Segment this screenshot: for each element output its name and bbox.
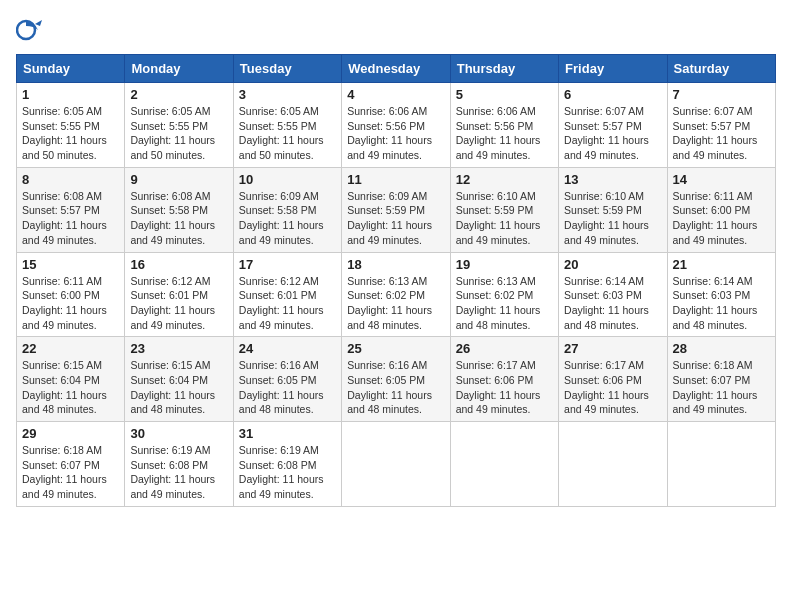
calendar-cell: 6 Sunrise: 6:07 AMSunset: 5:57 PMDayligh… bbox=[559, 83, 667, 168]
day-number: 10 bbox=[239, 172, 336, 187]
day-number: 21 bbox=[673, 257, 770, 272]
logo-icon bbox=[16, 16, 44, 44]
day-number: 20 bbox=[564, 257, 661, 272]
calendar-cell bbox=[559, 422, 667, 507]
day-info: Sunrise: 6:05 AMSunset: 5:55 PMDaylight:… bbox=[130, 104, 227, 163]
day-info: Sunrise: 6:14 AMSunset: 6:03 PMDaylight:… bbox=[673, 274, 770, 333]
day-number: 30 bbox=[130, 426, 227, 441]
day-info: Sunrise: 6:10 AMSunset: 5:59 PMDaylight:… bbox=[564, 189, 661, 248]
calendar-header-row: SundayMondayTuesdayWednesdayThursdayFrid… bbox=[17, 55, 776, 83]
calendar-cell: 19 Sunrise: 6:13 AMSunset: 6:02 PMDaylig… bbox=[450, 252, 558, 337]
day-info: Sunrise: 6:08 AMSunset: 5:57 PMDaylight:… bbox=[22, 189, 119, 248]
calendar-cell: 23 Sunrise: 6:15 AMSunset: 6:04 PMDaylig… bbox=[125, 337, 233, 422]
day-number: 17 bbox=[239, 257, 336, 272]
day-number: 11 bbox=[347, 172, 444, 187]
day-number: 12 bbox=[456, 172, 553, 187]
calendar-cell: 28 Sunrise: 6:18 AMSunset: 6:07 PMDaylig… bbox=[667, 337, 775, 422]
calendar-week-row: 15 Sunrise: 6:11 AMSunset: 6:00 PMDaylig… bbox=[17, 252, 776, 337]
calendar-cell bbox=[450, 422, 558, 507]
day-info: Sunrise: 6:11 AMSunset: 6:00 PMDaylight:… bbox=[673, 189, 770, 248]
calendar-cell: 21 Sunrise: 6:14 AMSunset: 6:03 PMDaylig… bbox=[667, 252, 775, 337]
calendar-cell: 8 Sunrise: 6:08 AMSunset: 5:57 PMDayligh… bbox=[17, 167, 125, 252]
calendar-cell: 29 Sunrise: 6:18 AMSunset: 6:07 PMDaylig… bbox=[17, 422, 125, 507]
day-info: Sunrise: 6:19 AMSunset: 6:08 PMDaylight:… bbox=[130, 443, 227, 502]
day-number: 9 bbox=[130, 172, 227, 187]
day-info: Sunrise: 6:12 AMSunset: 6:01 PMDaylight:… bbox=[130, 274, 227, 333]
day-info: Sunrise: 6:12 AMSunset: 6:01 PMDaylight:… bbox=[239, 274, 336, 333]
calendar-week-row: 1 Sunrise: 6:05 AMSunset: 5:55 PMDayligh… bbox=[17, 83, 776, 168]
day-number: 26 bbox=[456, 341, 553, 356]
day-info: Sunrise: 6:19 AMSunset: 6:08 PMDaylight:… bbox=[239, 443, 336, 502]
day-info: Sunrise: 6:07 AMSunset: 5:57 PMDaylight:… bbox=[564, 104, 661, 163]
calendar-cell: 12 Sunrise: 6:10 AMSunset: 5:59 PMDaylig… bbox=[450, 167, 558, 252]
calendar-cell: 31 Sunrise: 6:19 AMSunset: 6:08 PMDaylig… bbox=[233, 422, 341, 507]
day-info: Sunrise: 6:09 AMSunset: 5:58 PMDaylight:… bbox=[239, 189, 336, 248]
day-number: 2 bbox=[130, 87, 227, 102]
day-number: 24 bbox=[239, 341, 336, 356]
calendar-cell: 2 Sunrise: 6:05 AMSunset: 5:55 PMDayligh… bbox=[125, 83, 233, 168]
day-number: 4 bbox=[347, 87, 444, 102]
calendar-cell: 3 Sunrise: 6:05 AMSunset: 5:55 PMDayligh… bbox=[233, 83, 341, 168]
day-number: 18 bbox=[347, 257, 444, 272]
calendar-week-row: 29 Sunrise: 6:18 AMSunset: 6:07 PMDaylig… bbox=[17, 422, 776, 507]
day-number: 1 bbox=[22, 87, 119, 102]
day-info: Sunrise: 6:16 AMSunset: 6:05 PMDaylight:… bbox=[239, 358, 336, 417]
calendar-cell: 30 Sunrise: 6:19 AMSunset: 6:08 PMDaylig… bbox=[125, 422, 233, 507]
day-number: 8 bbox=[22, 172, 119, 187]
calendar-cell: 5 Sunrise: 6:06 AMSunset: 5:56 PMDayligh… bbox=[450, 83, 558, 168]
day-number: 5 bbox=[456, 87, 553, 102]
day-info: Sunrise: 6:07 AMSunset: 5:57 PMDaylight:… bbox=[673, 104, 770, 163]
calendar-cell: 13 Sunrise: 6:10 AMSunset: 5:59 PMDaylig… bbox=[559, 167, 667, 252]
day-number: 14 bbox=[673, 172, 770, 187]
day-number: 6 bbox=[564, 87, 661, 102]
calendar-cell: 14 Sunrise: 6:11 AMSunset: 6:00 PMDaylig… bbox=[667, 167, 775, 252]
day-info: Sunrise: 6:10 AMSunset: 5:59 PMDaylight:… bbox=[456, 189, 553, 248]
calendar-week-row: 8 Sunrise: 6:08 AMSunset: 5:57 PMDayligh… bbox=[17, 167, 776, 252]
calendar-cell: 4 Sunrise: 6:06 AMSunset: 5:56 PMDayligh… bbox=[342, 83, 450, 168]
day-info: Sunrise: 6:13 AMSunset: 6:02 PMDaylight:… bbox=[347, 274, 444, 333]
calendar-cell bbox=[342, 422, 450, 507]
calendar-cell: 26 Sunrise: 6:17 AMSunset: 6:06 PMDaylig… bbox=[450, 337, 558, 422]
calendar-cell: 27 Sunrise: 6:17 AMSunset: 6:06 PMDaylig… bbox=[559, 337, 667, 422]
day-number: 3 bbox=[239, 87, 336, 102]
day-info: Sunrise: 6:15 AMSunset: 6:04 PMDaylight:… bbox=[22, 358, 119, 417]
day-number: 27 bbox=[564, 341, 661, 356]
calendar-week-row: 22 Sunrise: 6:15 AMSunset: 6:04 PMDaylig… bbox=[17, 337, 776, 422]
day-number: 22 bbox=[22, 341, 119, 356]
page-header bbox=[16, 16, 776, 44]
calendar-cell: 15 Sunrise: 6:11 AMSunset: 6:00 PMDaylig… bbox=[17, 252, 125, 337]
calendar-cell: 7 Sunrise: 6:07 AMSunset: 5:57 PMDayligh… bbox=[667, 83, 775, 168]
day-number: 31 bbox=[239, 426, 336, 441]
day-info: Sunrise: 6:14 AMSunset: 6:03 PMDaylight:… bbox=[564, 274, 661, 333]
calendar-table: SundayMondayTuesdayWednesdayThursdayFrid… bbox=[16, 54, 776, 507]
column-header-wednesday: Wednesday bbox=[342, 55, 450, 83]
column-header-thursday: Thursday bbox=[450, 55, 558, 83]
day-number: 25 bbox=[347, 341, 444, 356]
day-info: Sunrise: 6:15 AMSunset: 6:04 PMDaylight:… bbox=[130, 358, 227, 417]
day-number: 19 bbox=[456, 257, 553, 272]
calendar-cell: 24 Sunrise: 6:16 AMSunset: 6:05 PMDaylig… bbox=[233, 337, 341, 422]
day-info: Sunrise: 6:08 AMSunset: 5:58 PMDaylight:… bbox=[130, 189, 227, 248]
day-info: Sunrise: 6:11 AMSunset: 6:00 PMDaylight:… bbox=[22, 274, 119, 333]
calendar-cell: 1 Sunrise: 6:05 AMSunset: 5:55 PMDayligh… bbox=[17, 83, 125, 168]
calendar-cell: 9 Sunrise: 6:08 AMSunset: 5:58 PMDayligh… bbox=[125, 167, 233, 252]
column-header-sunday: Sunday bbox=[17, 55, 125, 83]
day-info: Sunrise: 6:13 AMSunset: 6:02 PMDaylight:… bbox=[456, 274, 553, 333]
column-header-friday: Friday bbox=[559, 55, 667, 83]
column-header-saturday: Saturday bbox=[667, 55, 775, 83]
day-number: 16 bbox=[130, 257, 227, 272]
day-number: 28 bbox=[673, 341, 770, 356]
calendar-cell: 22 Sunrise: 6:15 AMSunset: 6:04 PMDaylig… bbox=[17, 337, 125, 422]
calendar-cell: 25 Sunrise: 6:16 AMSunset: 6:05 PMDaylig… bbox=[342, 337, 450, 422]
day-info: Sunrise: 6:17 AMSunset: 6:06 PMDaylight:… bbox=[564, 358, 661, 417]
column-header-tuesday: Tuesday bbox=[233, 55, 341, 83]
calendar-cell: 11 Sunrise: 6:09 AMSunset: 5:59 PMDaylig… bbox=[342, 167, 450, 252]
day-number: 13 bbox=[564, 172, 661, 187]
day-number: 23 bbox=[130, 341, 227, 356]
day-info: Sunrise: 6:09 AMSunset: 5:59 PMDaylight:… bbox=[347, 189, 444, 248]
day-number: 29 bbox=[22, 426, 119, 441]
day-info: Sunrise: 6:06 AMSunset: 5:56 PMDaylight:… bbox=[347, 104, 444, 163]
calendar-cell bbox=[667, 422, 775, 507]
calendar-cell: 18 Sunrise: 6:13 AMSunset: 6:02 PMDaylig… bbox=[342, 252, 450, 337]
day-info: Sunrise: 6:18 AMSunset: 6:07 PMDaylight:… bbox=[22, 443, 119, 502]
